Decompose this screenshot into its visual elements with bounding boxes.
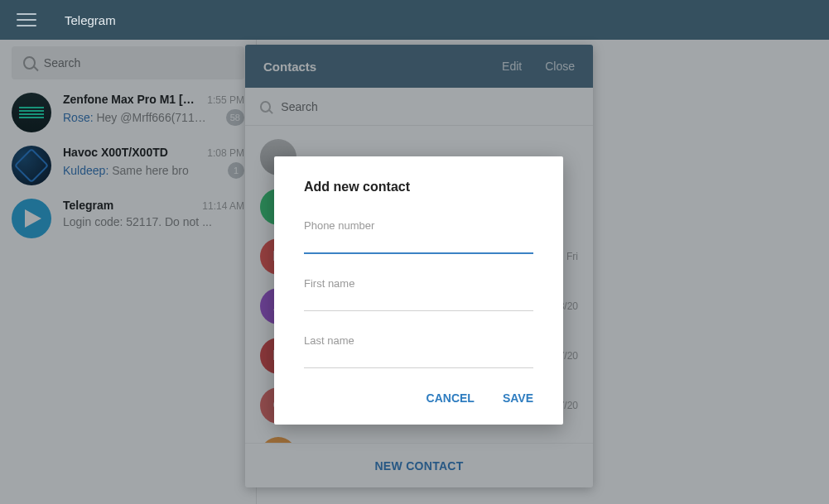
hamburger-menu-icon[interactable] bbox=[17, 10, 36, 30]
cancel-button[interactable]: CANCEL bbox=[427, 391, 475, 405]
last-name-field: Last name bbox=[304, 334, 533, 368]
app-title: Telegram bbox=[65, 13, 116, 27]
save-button[interactable]: SAVE bbox=[503, 391, 533, 405]
modal-title: Add new contact bbox=[304, 180, 533, 194]
app-header: Telegram bbox=[0, 0, 829, 40]
first-name-input[interactable] bbox=[304, 277, 533, 311]
add-contact-modal: Add new contact Phone number First name … bbox=[274, 156, 563, 425]
first-name-field: First name bbox=[304, 277, 533, 311]
phone-input[interactable] bbox=[304, 219, 533, 254]
phone-field: Phone number bbox=[304, 219, 533, 254]
last-name-input[interactable] bbox=[304, 334, 533, 368]
